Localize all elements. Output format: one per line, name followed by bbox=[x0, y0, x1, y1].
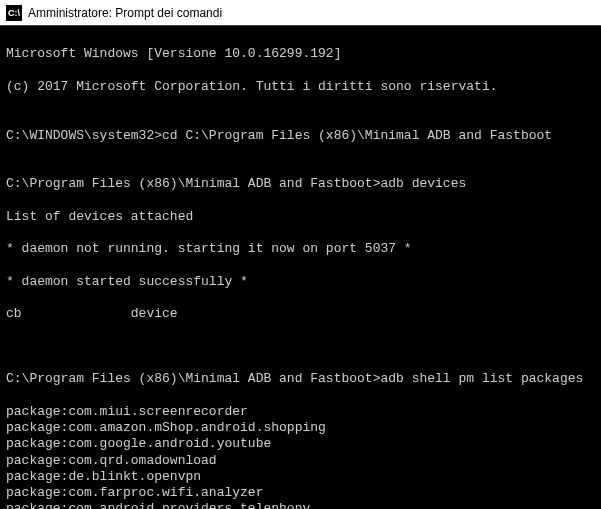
package-line: package:com.qrd.omadownload bbox=[6, 453, 595, 469]
package-line: package:com.farproc.wifi.analyzer bbox=[6, 485, 595, 501]
output-line: * daemon started successfully * bbox=[6, 274, 595, 290]
prompt-line: C:\Program Files (x86)\Minimal ADB and F… bbox=[6, 176, 595, 192]
prompt-line: C:\Program Files (x86)\Minimal ADB and F… bbox=[6, 371, 595, 387]
package-line: package:com.miui.screenrecorder bbox=[6, 404, 595, 420]
terminal-output[interactable]: Microsoft Windows [Versione 10.0.16299.1… bbox=[0, 26, 601, 509]
output-line: cb device bbox=[6, 306, 595, 322]
window-title: Amministratore: Prompt dei comandi bbox=[28, 6, 222, 20]
package-line: package:com.amazon.mShop.android.shoppin… bbox=[6, 420, 595, 436]
output-line: List of devices attached bbox=[6, 209, 595, 225]
package-line: package:com.android.providers.telephony bbox=[6, 501, 595, 509]
prompt-line: C:\WINDOWS\system32>cd C:\Program Files … bbox=[6, 128, 595, 144]
package-line: package:de.blinkt.openvpn bbox=[6, 469, 595, 485]
output-line: Microsoft Windows [Versione 10.0.16299.1… bbox=[6, 46, 595, 62]
package-line: package:com.google.android.youtube bbox=[6, 436, 595, 452]
system-menu-icon[interactable]: C:\ bbox=[6, 5, 22, 21]
window-titlebar[interactable]: C:\ Amministratore: Prompt dei comandi bbox=[0, 0, 601, 26]
output-line: (c) 2017 Microsoft Corporation. Tutti i … bbox=[6, 79, 595, 95]
output-line: * daemon not running. starting it now on… bbox=[6, 241, 595, 257]
